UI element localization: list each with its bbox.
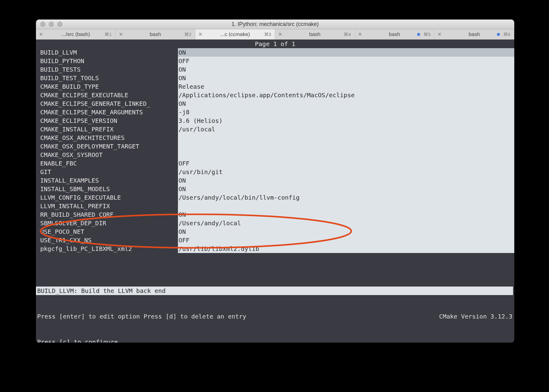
tab-label: bash: [389, 31, 400, 37]
option-value[interactable]: ON: [178, 176, 514, 185]
option-key[interactable]: BUILD_LLVM: [36, 48, 178, 57]
option-value[interactable]: ON: [178, 65, 514, 74]
option-value[interactable]: ON: [178, 48, 514, 57]
help-configure: Press [c] to configure: [37, 338, 118, 343]
help-enter: Press [enter] to edit option: [37, 312, 140, 321]
tab-6[interactable]: ✕bash⌘6: [434, 29, 514, 39]
modified-dot-icon: [417, 33, 420, 36]
option-key[interactable]: GIT: [36, 168, 178, 176]
modified-dot-icon: [497, 33, 500, 36]
tab-shortcut: ⌘1: [104, 32, 112, 37]
close-tab-icon[interactable]: ✕: [437, 31, 441, 37]
option-value[interactable]: /usr/bin/git: [178, 168, 514, 176]
option-value[interactable]: /Users/andy/local: [178, 219, 514, 227]
option-key[interactable]: BUILD_TEST_TOOLS: [36, 74, 178, 82]
help-delete: Press [d] to delete an entry: [143, 312, 246, 321]
option-key[interactable]: INSTALL_EXAMPLES: [36, 176, 178, 185]
option-key[interactable]: CMAKE_OSX_DEPLOYMENT_TARGET: [36, 142, 178, 151]
tab-3[interactable]: ✕...c (ccmake)⌘3: [195, 29, 275, 39]
option-key[interactable]: SBMLSOLVER_DEP_DIR: [36, 219, 178, 227]
option-value[interactable]: /Applications/eclipse.app/Contents/MacOS…: [178, 91, 514, 99]
option-value[interactable]: OFF: [178, 57, 514, 65]
option-value[interactable]: ON: [178, 99, 514, 108]
tab-label: .../src (bash): [61, 31, 90, 37]
option-value[interactable]: /usr/local: [178, 125, 514, 134]
option-key[interactable]: BUILD_TESTS: [36, 65, 178, 74]
tab-5[interactable]: ✕bash⌘5: [355, 29, 435, 39]
option-value[interactable]: Release: [178, 82, 514, 91]
option-key[interactable]: ENABLE_FBC: [36, 159, 178, 168]
tab-2[interactable]: ✕bash⌘2: [116, 29, 196, 39]
option-value[interactable]: [178, 151, 514, 159]
close-tab-icon[interactable]: ✕: [198, 31, 202, 37]
option-key[interactable]: LLVM_CONFIG_EXECUTABLE: [36, 193, 178, 202]
option-value[interactable]: -j8: [178, 108, 514, 116]
option-key[interactable]: CMAKE_ECLIPSE_MAKE_ARGUMENTS: [36, 108, 178, 116]
help-panel: BUILD_LLVM: Build the LLVM back end Pres…: [36, 269, 514, 343]
option-key[interactable]: CMAKE_OSX_SYSROOT: [36, 151, 178, 159]
terminal-body[interactable]: Page 1 of 1 BUILD_LLVMONBUILD_PYTHONOFFB…: [36, 40, 514, 343]
tab-bar: ✕.../src (bash)⌘1✕bash⌘2✕...c (ccmake)⌘3…: [36, 29, 514, 40]
page-indicator: Page 1 of 1: [36, 40, 514, 48]
close-tab-icon[interactable]: ✕: [278, 31, 282, 37]
option-key[interactable]: pkgcfg_lib_PC_LIBXML_xml2: [36, 244, 178, 253]
option-value[interactable]: ON: [178, 227, 514, 236]
close-tab-icon[interactable]: ✕: [119, 31, 123, 37]
option-key[interactable]: LLVM_INSTALL_PREFIX: [36, 202, 178, 210]
option-value[interactable]: ON: [178, 74, 514, 82]
option-value[interactable]: [178, 134, 514, 142]
option-value[interactable]: [178, 202, 514, 210]
option-value[interactable]: /Users/andy/local/bin/llvm-config: [178, 193, 514, 202]
option-value[interactable]: /usr/lib/libxml2.dylib: [178, 244, 514, 253]
terminal-window: 1. IPython: mechanica/src (ccmake) ✕.../…: [36, 20, 514, 343]
window-titlebar: 1. IPython: mechanica/src (ccmake): [36, 20, 514, 29]
option-key[interactable]: USE_TR1_CXX_NS: [36, 236, 178, 244]
tab-label: bash: [309, 31, 321, 37]
cmake-version: CMake Version 3.12.3: [439, 312, 514, 321]
option-key[interactable]: CMAKE_ECLIPSE_EXECUTABLE: [36, 91, 178, 99]
option-value[interactable]: ON: [178, 210, 514, 219]
tab-shortcut: ⌘3: [264, 32, 271, 37]
tab-1[interactable]: ✕.../src (bash)⌘1: [36, 29, 116, 39]
option-key[interactable]: CMAKE_OSX_ARCHITECTURES: [36, 134, 178, 142]
window-title: 1. IPython: mechanica/src (ccmake): [36, 21, 514, 27]
tab-shortcut: ⌘4: [344, 32, 351, 37]
option-key[interactable]: BUILD_PYTHON: [36, 57, 178, 65]
tab-label: bash: [469, 31, 480, 37]
option-key[interactable]: CMAKE_ECLIPSE_GENERATE_LINKED_: [36, 99, 178, 108]
tab-label: bash: [150, 31, 161, 37]
option-key[interactable]: CMAKE_INSTALL_PREFIX: [36, 125, 178, 134]
tab-shortcut: ⌘2: [184, 32, 191, 37]
option-value[interactable]: ON: [178, 185, 514, 193]
close-tab-icon[interactable]: ✕: [358, 31, 362, 37]
tab-shortcut: ⌘5: [423, 32, 430, 37]
option-value[interactable]: [178, 142, 514, 151]
tab-4[interactable]: ✕bash⌘4: [275, 29, 355, 39]
option-key[interactable]: CMAKE_ECLIPSE_VERSION: [36, 116, 178, 125]
option-value[interactable]: 3.6 (Helios): [178, 116, 514, 125]
option-key[interactable]: INSTALL_SBML_MODELS: [36, 185, 178, 193]
status-line: BUILD_LLVM: Build the LLVM back end: [36, 287, 513, 295]
option-key[interactable]: RR_BUILD_SHARED_CORE: [36, 210, 178, 219]
tab-shortcut: ⌘6: [503, 32, 510, 37]
tab-label: ...c (ccmake): [220, 31, 250, 37]
close-tab-icon[interactable]: ✕: [39, 31, 43, 37]
cmake-options-grid: BUILD_LLVMONBUILD_PYTHONOFFBUILD_TESTSON…: [36, 48, 514, 253]
option-key[interactable]: USE_POCO_NET: [36, 227, 178, 236]
option-value[interactable]: OFF: [178, 236, 514, 244]
option-value[interactable]: OFF: [178, 159, 514, 168]
option-key[interactable]: CMAKE_BUILD_TYPE: [36, 82, 178, 91]
